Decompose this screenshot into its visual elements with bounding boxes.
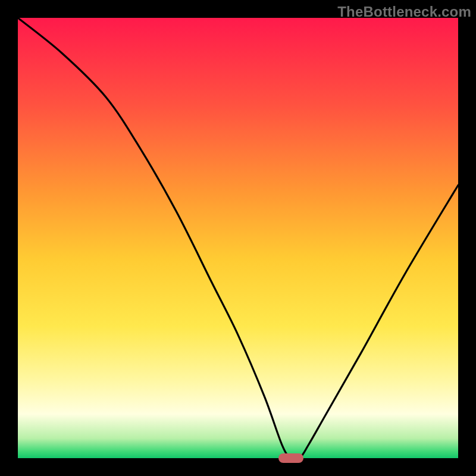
plot-area [18,18,458,458]
optimum-marker [278,453,303,463]
bottleneck-curve [18,18,458,458]
chart-frame: { "watermark": "TheBottleneck.com", "col… [0,0,476,476]
watermark-text: TheBottleneck.com [337,4,471,20]
